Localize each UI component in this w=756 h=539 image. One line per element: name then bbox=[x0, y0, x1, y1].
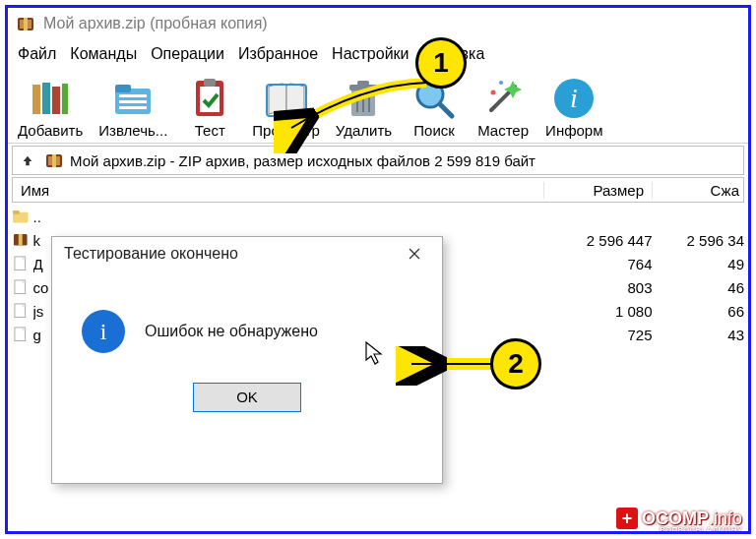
test-label: Тест bbox=[195, 122, 225, 139]
folder-open-icon bbox=[109, 75, 157, 122]
svg-rect-33 bbox=[13, 210, 20, 214]
extract-label: Извлечь... bbox=[98, 122, 167, 139]
svg-rect-11 bbox=[119, 106, 147, 109]
svg-line-23 bbox=[440, 104, 452, 116]
file-icon bbox=[12, 302, 30, 320]
watermark-text: OCOMP.info ВОПРОСЫ АДМИНУ bbox=[642, 509, 742, 527]
ok-button[interactable]: OK bbox=[193, 383, 301, 412]
callout-2: 2 bbox=[490, 338, 541, 389]
menu-options[interactable]: Настройки bbox=[328, 43, 412, 65]
menu-tools[interactable]: Операции bbox=[147, 43, 228, 65]
file-icon bbox=[12, 326, 30, 343]
callout-arrow-1 bbox=[274, 65, 441, 153]
title-bar: Мой архив.zip (пробная копия) bbox=[8, 8, 748, 39]
archive-icon bbox=[44, 150, 64, 170]
svg-rect-13 bbox=[200, 87, 220, 112]
menu-fav[interactable]: Избранное bbox=[234, 43, 322, 65]
svg-rect-10 bbox=[119, 100, 147, 103]
books-icon bbox=[27, 75, 74, 122]
file-icon bbox=[12, 278, 30, 296]
svg-rect-3 bbox=[32, 85, 40, 114]
col-size[interactable]: Размер bbox=[544, 182, 653, 199]
updir-icon bbox=[12, 208, 30, 225]
wand-icon bbox=[479, 75, 527, 122]
svg-rect-14 bbox=[204, 79, 216, 87]
winrar-icon bbox=[16, 14, 35, 33]
dialog-titlebar: Тестирование окончено bbox=[52, 237, 442, 270]
svg-rect-6 bbox=[62, 84, 68, 114]
wizard-label: Мастер bbox=[477, 122, 529, 139]
test-button[interactable]: Тест bbox=[175, 73, 244, 141]
svg-rect-35 bbox=[19, 234, 23, 246]
info-circle-icon: i bbox=[82, 310, 125, 353]
plus-icon: + bbox=[616, 508, 638, 529]
list-item[interactable]: .. bbox=[12, 205, 744, 228]
callout-arrow-2 bbox=[396, 346, 504, 386]
col-packed[interactable]: Сжа bbox=[653, 182, 743, 199]
info-button[interactable]: i Информ bbox=[537, 73, 610, 141]
add-label: Добавить bbox=[18, 122, 83, 139]
up-button[interactable] bbox=[17, 150, 38, 171]
wizard-button[interactable]: Мастер bbox=[469, 73, 537, 141]
dialog-message: Ошибок не обнаружено bbox=[145, 323, 318, 340]
svg-rect-4 bbox=[42, 83, 50, 114]
svg-rect-8 bbox=[115, 85, 131, 92]
archive-small-icon bbox=[12, 231, 30, 249]
svg-rect-9 bbox=[119, 94, 147, 97]
callout-1: 1 bbox=[415, 37, 467, 89]
col-name[interactable]: Имя bbox=[13, 182, 544, 199]
close-button[interactable] bbox=[395, 240, 434, 268]
extract-button[interactable]: Извлечь... bbox=[91, 73, 175, 141]
add-button[interactable]: Добавить bbox=[10, 73, 91, 141]
menu-file[interactable]: Файл bbox=[14, 43, 60, 65]
svg-rect-2 bbox=[24, 18, 28, 30]
info-icon: i bbox=[550, 75, 598, 122]
info-label: Информ bbox=[545, 122, 602, 139]
file-icon bbox=[12, 255, 30, 272]
clipboard-check-icon bbox=[186, 75, 233, 122]
menu-commands[interactable]: Команды bbox=[66, 43, 141, 65]
svg-rect-5 bbox=[52, 87, 60, 114]
window-title: Мой архив.zip (пробная копия) bbox=[43, 15, 268, 32]
column-headers: Имя Размер Сжа bbox=[12, 177, 744, 203]
svg-point-25 bbox=[491, 90, 496, 95]
test-result-dialog: Тестирование окончено i Ошибок не обнару… bbox=[51, 236, 443, 484]
watermark: + OCOMP.info ВОПРОСЫ АДМИНУ bbox=[610, 506, 748, 531]
path-text[interactable]: Мой архив.zip - ZIP архив, размер исходн… bbox=[70, 152, 536, 169]
svg-point-26 bbox=[499, 81, 503, 85]
svg-text:i: i bbox=[570, 83, 578, 113]
dialog-title-text: Тестирование окончено bbox=[64, 245, 238, 263]
svg-rect-31 bbox=[52, 154, 56, 167]
